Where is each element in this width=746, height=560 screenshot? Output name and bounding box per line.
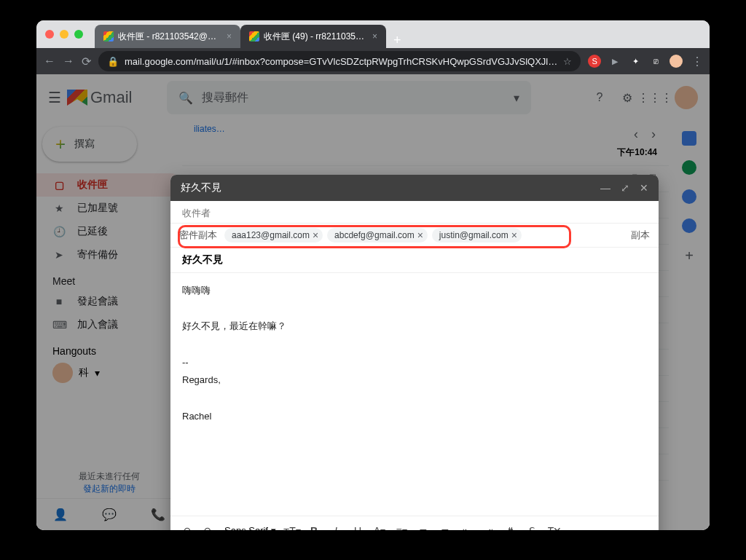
settings-icon[interactable]: ⚙ — [619, 90, 635, 106]
redo-button[interactable]: ↷ — [198, 521, 219, 531]
sidebar: + 撰寫 ▢收件匣 ★已加星號 🕘已延後 ➤寄件備份 Meet ■發起會議 ⌨加… — [36, 121, 182, 530]
star-icon[interactable]: ☆ — [563, 56, 572, 67]
address-bar-row: ← → ⟳ 🔒 mail.google.com/mail/u/1/#inbox?… — [36, 48, 710, 74]
compose-header[interactable]: 好久不見 — ⤢ ✕ — [170, 175, 659, 201]
recipient-chip[interactable]: aaa123@gmail.com× — [224, 228, 323, 242]
extensions-icon[interactable]: ✦ — [629, 55, 642, 68]
strikethrough-button[interactable]: S̶ — [522, 521, 543, 531]
bcc-label: 密件副本 — [179, 229, 217, 242]
recipient-chip[interactable]: abcdefg@gmail.com× — [327, 228, 428, 242]
address-bar[interactable]: 🔒 mail.google.com/mail/u/1/#inbox?compos… — [98, 51, 581, 71]
plus-icon: + — [55, 134, 66, 154]
sidebar-snoozed[interactable]: 🕘已延後 — [36, 220, 182, 243]
text-color-button[interactable]: A▾ — [369, 521, 390, 531]
keep-icon[interactable] — [682, 160, 696, 175]
main-menu-icon[interactable]: ☰ — [48, 89, 61, 106]
clock-icon: 🕘 — [52, 226, 66, 237]
browser-window: 收件匣 - r821103542@gmail.c…× 收件匣 (49) - rr… — [36, 20, 710, 530]
meet-new[interactable]: ■發起會議 — [36, 290, 182, 313]
close-tab-icon[interactable]: × — [372, 31, 377, 42]
font-size-button[interactable]: ᴛT▾ — [282, 521, 302, 531]
italic-button[interactable]: I — [326, 521, 346, 531]
contacts-icon[interactable] — [682, 218, 696, 233]
gmail-logo[interactable]: Gmail — [67, 88, 132, 107]
underline-button[interactable]: U — [348, 521, 368, 531]
sidebar-inbox[interactable]: ▢收件匣 — [36, 173, 182, 197]
hangouts-header: Hangouts — [52, 345, 166, 357]
gmail-m-icon — [67, 90, 87, 106]
mail-row[interactable]: 下午10:44 — [182, 140, 669, 166]
search-options-icon[interactable]: ▾ — [514, 91, 519, 105]
extension-s[interactable]: S — [588, 55, 601, 68]
align-button[interactable]: ≡▾ — [391, 521, 412, 531]
forward-button[interactable]: → — [63, 55, 74, 68]
new-tab-button[interactable]: + — [386, 33, 409, 48]
calendar-icon[interactable] — [682, 131, 696, 146]
formatting-toolbar: ↶ ↷ Sans Serif ▾ ᴛT▾ B I U A▾ ≡▾ ≣ ≣ ⇤ ⇥… — [170, 516, 659, 530]
remove-chip-icon[interactable]: × — [313, 229, 318, 241]
help-icon[interactable]: ? — [592, 90, 608, 106]
add-panel-icon[interactable]: + — [685, 248, 694, 264]
hangouts-empty: 最近未進行任何 發起新的即時 — [51, 470, 168, 495]
cc-link[interactable]: 副本 — [631, 229, 650, 242]
extensions: S ▶ ✦ ⎚ ⋮ — [588, 55, 704, 68]
remove-chip-icon[interactable]: × — [417, 229, 423, 241]
clear-format-button[interactable]: T✕ — [544, 521, 565, 531]
search-bar[interactable]: 🔍 搜尋郵件 ▾ — [167, 81, 531, 114]
browser-tabs: 收件匣 - r821103542@gmail.c…× 收件匣 (49) - rr… — [95, 20, 409, 48]
hangouts-user[interactable]: 科 ▾ — [52, 363, 166, 383]
subject-field[interactable]: 好久不見 — [170, 247, 659, 273]
minimize-icon[interactable]: — — [600, 182, 610, 194]
apps-icon[interactable]: ⋮⋮⋮ — [647, 90, 663, 106]
pagination: ‹ › — [634, 127, 656, 142]
recipient-chip[interactable]: justin@gmail.com× — [432, 228, 522, 242]
account-avatar[interactable] — [675, 86, 698, 109]
indent-less-button[interactable]: ⇤ — [457, 521, 477, 531]
bullet-list-button[interactable]: ≣ — [435, 521, 455, 531]
back-button[interactable]: ← — [44, 55, 55, 68]
compose-title: 好久不見 — [181, 181, 221, 194]
traffic-lights — [45, 30, 83, 39]
close-window[interactable] — [45, 30, 54, 39]
close-tab-icon[interactable]: × — [227, 31, 232, 42]
gmail-favicon — [103, 31, 114, 42]
meet-join[interactable]: ⌨加入會議 — [36, 313, 182, 336]
compose-body[interactable]: 嗨嗨嗨 好久不見，最近在幹嘛？ --Regards, Rachel — [170, 273, 659, 516]
start-chat-link[interactable]: 發起新的即時 — [83, 484, 136, 494]
undo-button[interactable]: ↶ — [176, 521, 197, 531]
hangouts-icon[interactable]: 💬 — [102, 508, 117, 521]
chevron-down-icon: ▾ — [271, 525, 276, 530]
numbered-list-button[interactable]: ≣ — [413, 521, 433, 531]
cast-icon[interactable]: ⎚ — [649, 55, 662, 68]
profile-avatar[interactable] — [670, 55, 683, 68]
close-icon[interactable]: ✕ — [640, 182, 648, 194]
quote-button[interactable]: ❝ — [500, 521, 521, 531]
send-icon: ➤ — [52, 249, 66, 261]
indent-more-button[interactable]: ⇥ — [479, 521, 499, 531]
recipients-row[interactable]: 收件者 — [170, 201, 659, 224]
next-page[interactable]: › — [651, 127, 656, 142]
browser-menu[interactable]: ⋮ — [690, 55, 704, 68]
bcc-row[interactable]: 密件副本 aaa123@gmail.com× abcdefg@gmail.com… — [170, 224, 659, 247]
person-icon[interactable]: 👤 — [53, 508, 68, 521]
phone-icon[interactable]: 📞 — [151, 508, 165, 521]
browser-tab-2[interactable]: 收件匣 (49) - rr821103542@gm…× — [240, 25, 386, 48]
browser-tab-1[interactable]: 收件匣 - r821103542@gmail.c…× — [95, 25, 240, 48]
reload-button[interactable]: ⟳ — [82, 55, 91, 68]
tasks-icon[interactable] — [682, 189, 696, 204]
bottom-bar: 👤 💬 📞 — [36, 498, 182, 530]
sidebar-sent[interactable]: ➤寄件備份 — [36, 243, 182, 267]
font-select[interactable]: Sans Serif ▾ — [220, 525, 280, 530]
sidebar-starred[interactable]: ★已加星號 — [36, 197, 182, 220]
maximize-window[interactable] — [74, 30, 83, 39]
bold-button[interactable]: B — [304, 521, 324, 531]
search-icon: 🔍 — [178, 91, 193, 105]
prev-page[interactable]: ‹ — [634, 127, 638, 142]
remove-chip-icon[interactable]: × — [511, 229, 517, 241]
expand-icon[interactable]: ⤢ — [621, 182, 629, 194]
chevron-down-icon: ▾ — [95, 367, 100, 379]
minimize-window[interactable] — [60, 30, 68, 39]
compose-button[interactable]: + 撰寫 — [42, 127, 137, 162]
inbox-icon: ▢ — [52, 179, 66, 191]
extension-play-icon[interactable]: ▶ — [608, 55, 621, 68]
